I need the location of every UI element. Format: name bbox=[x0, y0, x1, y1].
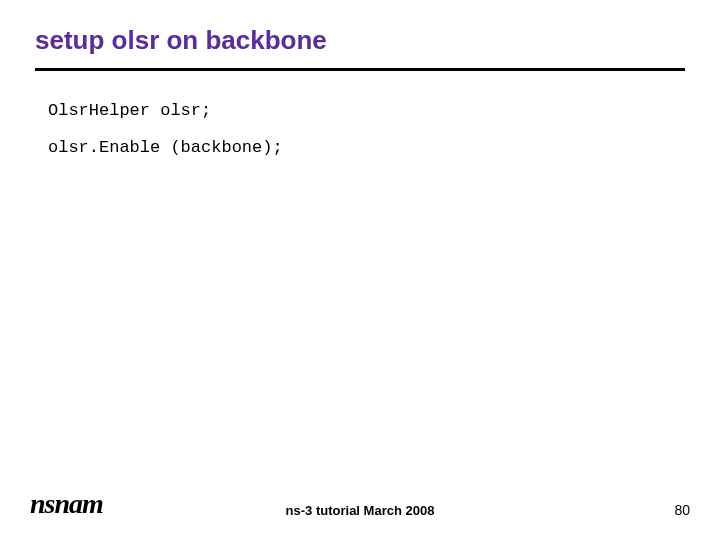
slide-container: setup olsr on backbone OlsrHelper olsr; … bbox=[0, 0, 720, 540]
slide-title: setup olsr on backbone bbox=[35, 25, 690, 56]
logo: nsnam bbox=[30, 488, 103, 520]
footer-text: ns-3 tutorial March 2008 bbox=[286, 503, 435, 518]
page-number: 80 bbox=[674, 502, 690, 518]
code-line-2: olsr.Enable (backbone); bbox=[48, 133, 690, 164]
code-block: OlsrHelper olsr; olsr.Enable (backbone); bbox=[48, 96, 690, 163]
footer: nsnam ns-3 tutorial March 2008 80 bbox=[30, 488, 690, 520]
code-line-1: OlsrHelper olsr; bbox=[48, 96, 690, 127]
title-divider bbox=[35, 68, 685, 71]
